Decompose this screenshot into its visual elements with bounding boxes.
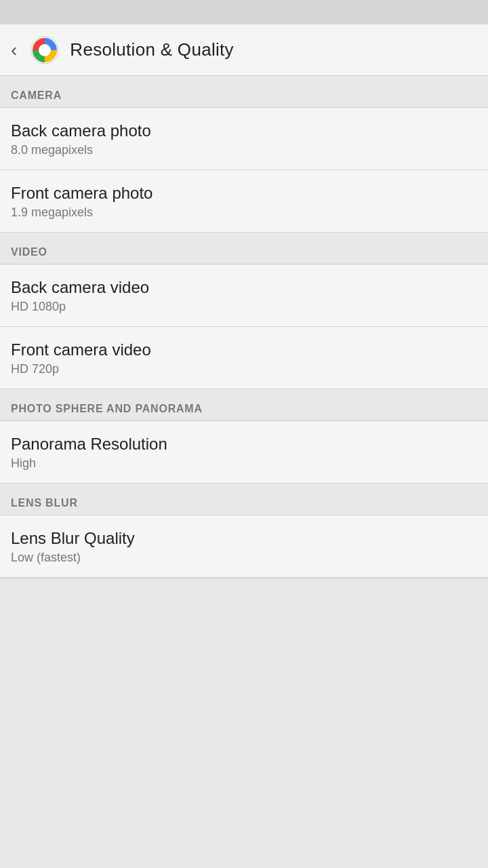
list-item-title-back-camera-video: Back camera video bbox=[11, 278, 477, 297]
divider-bottom bbox=[0, 578, 488, 578]
list-item-title-front-camera-photo: Front camera photo bbox=[11, 184, 477, 203]
list-item-subtitle-back-camera-video: HD 1080p bbox=[11, 300, 477, 314]
svg-point-1 bbox=[39, 44, 51, 56]
list-item-subtitle-panorama-resolution: High bbox=[11, 456, 477, 471]
section-header-video: VIDEO bbox=[0, 233, 488, 264]
page-title: Resolution & Quality bbox=[70, 39, 234, 60]
list-item-subtitle-front-camera-video: HD 720p bbox=[11, 362, 477, 376]
list-item-lens-blur-quality[interactable]: Lens Blur Quality Low (fastest) bbox=[0, 515, 488, 578]
list-item-subtitle-front-camera-photo: 1.9 megapixels bbox=[11, 205, 477, 220]
list-item-back-camera-video[interactable]: Back camera video HD 1080p bbox=[0, 264, 488, 327]
back-button[interactable]: ‹ bbox=[11, 39, 20, 61]
section-header-lens-blur: LENS BLUR bbox=[0, 484, 488, 515]
list-item-title-panorama-resolution: Panorama Resolution bbox=[11, 435, 477, 454]
section-header-photo-sphere: PHOTO SPHERE AND PANORAMA bbox=[0, 389, 488, 420]
list-item-title-front-camera-video: Front camera video bbox=[11, 340, 477, 359]
list-item-front-camera-video[interactable]: Front camera video HD 720p bbox=[0, 327, 488, 389]
list-item-title-lens-blur-quality: Lens Blur Quality bbox=[11, 529, 477, 548]
list-item-panorama-resolution[interactable]: Panorama Resolution High bbox=[0, 421, 488, 484]
section-header-camera: CAMERA bbox=[0, 76, 488, 107]
list-item-title-back-camera-photo: Back camera photo bbox=[11, 121, 477, 140]
content-area: CAMERA Back camera photo 8.0 megapixels … bbox=[0, 76, 488, 578]
status-bar bbox=[0, 0, 488, 24]
list-item-subtitle-lens-blur-quality: Low (fastest) bbox=[11, 551, 477, 565]
list-item-subtitle-back-camera-photo: 8.0 megapixels bbox=[11, 143, 477, 157]
app-bar: ‹ Resolution & Quality bbox=[0, 24, 488, 76]
app-icon bbox=[30, 36, 59, 64]
back-arrow-icon: ‹ bbox=[11, 39, 17, 61]
list-item-front-camera-photo[interactable]: Front camera photo 1.9 megapixels bbox=[0, 170, 488, 233]
list-item-back-camera-photo[interactable]: Back camera photo 8.0 megapixels bbox=[0, 108, 488, 170]
